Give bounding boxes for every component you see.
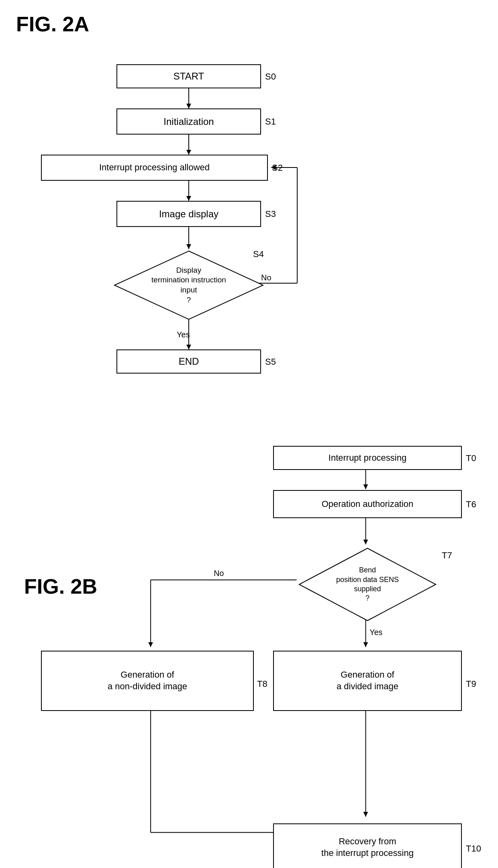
fig2a-title: FIG. 2A <box>16 12 482 36</box>
svg-text:Yes: Yes <box>177 330 190 339</box>
svg-marker-32 <box>363 812 368 817</box>
svg-marker-9 <box>186 345 191 349</box>
svg-marker-20 <box>363 539 368 544</box>
end-box: END <box>116 349 261 374</box>
decision-text: Displaytermination instructioninput? <box>112 249 265 321</box>
non-divided-step: T8 <box>257 679 267 689</box>
svg-marker-18 <box>363 484 368 489</box>
svg-text:Yes: Yes <box>369 628 382 637</box>
divided-box: Generation of a divided image <box>273 651 462 711</box>
interrupt-proc-box: Interrupt processing <box>273 446 462 470</box>
interrupt-box: Interrupt processing allowed <box>41 155 268 181</box>
bend-decision-text: Bendposition data SENSsupplied? <box>297 546 438 623</box>
image-display-box: Image display <box>116 201 261 227</box>
bend-decision-diamond: Bendposition data SENSsupplied? <box>297 546 438 623</box>
svg-marker-27 <box>148 642 153 647</box>
init-step: S1 <box>265 116 276 127</box>
svg-text:No: No <box>214 569 224 578</box>
fig2b-section: FIG. 2B Yes No <box>16 438 498 868</box>
svg-marker-3 <box>186 150 191 155</box>
start-step: S0 <box>265 71 276 82</box>
bend-decision-step: T7 <box>442 550 452 561</box>
divided-step: T9 <box>466 679 476 689</box>
image-display-step: S3 <box>265 209 276 219</box>
svg-marker-5 <box>186 196 191 201</box>
fig2a-flowchart: Yes No START S0 Initialization S1 Interr… <box>16 44 498 438</box>
end-step: S5 <box>265 357 276 367</box>
recovery-box: Recovery from the interrupt processing <box>273 823 462 868</box>
non-divided-box: Generation of a non-divided image <box>41 651 254 711</box>
page: FIG. 2A Yes No <box>0 0 498 868</box>
op-auth-box: Operation authorization <box>273 490 462 518</box>
init-box: Initialization <box>116 108 261 135</box>
svg-marker-22 <box>363 642 368 647</box>
recovery-step: T10 <box>466 843 481 854</box>
interrupt-step: S2 <box>272 163 283 173</box>
op-auth-step: T6 <box>466 499 476 510</box>
svg-marker-1 <box>186 104 191 108</box>
fig2a-arrows: Yes No <box>16 44 498 438</box>
start-box: START <box>116 64 261 88</box>
fig2b-flowchart: Yes No Interrupt processing T0 <box>16 438 498 868</box>
interrupt-proc-step: T0 <box>466 453 476 464</box>
decision-diamond: Displaytermination instructioninput? <box>112 249 265 321</box>
svg-marker-7 <box>186 244 191 249</box>
